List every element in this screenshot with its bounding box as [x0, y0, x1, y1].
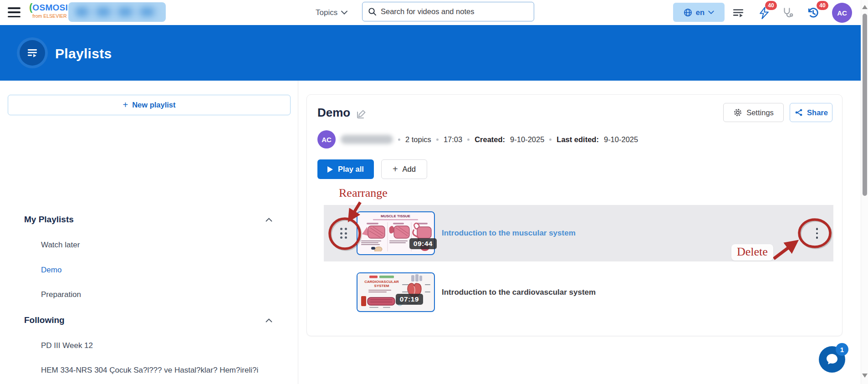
chevron-up-icon	[266, 318, 272, 323]
chevron-up-icon	[266, 218, 272, 222]
playlists-queue-icon[interactable]	[731, 6, 745, 20]
sidebar-item-hem-334[interactable]: HEM 334-NRS 304 Çocuk Sa?l??? ve Hastal?…	[41, 366, 258, 375]
settings-label: Settings	[746, 108, 774, 117]
topics-label: Topics	[316, 8, 337, 17]
sidebar-item-pd-iii-week-12[interactable]: PD III Week 12	[41, 341, 93, 350]
hamburger-menu-icon[interactable]	[8, 7, 20, 17]
sidebar-section-my-playlists[interactable]: My Playlists	[24, 215, 272, 225]
dot-separator	[467, 138, 470, 141]
thumb-title-text: CARDIOVASCULAR	[364, 280, 399, 284]
video-thumbnail-muscular[interactable]: MUSCLE TISSUE	[357, 211, 435, 255]
search-input[interactable]	[381, 7, 517, 16]
top-navbar: (OSMOSIS from ELSEVIER Topics en 40 40 A…	[0, 0, 861, 25]
play-all-button[interactable]: Play all	[317, 159, 374, 179]
play-icon	[327, 166, 333, 173]
play-all-label: Play all	[338, 165, 364, 174]
sidebar-section-following[interactable]: Following	[24, 315, 272, 325]
language-selector[interactable]: en	[673, 3, 725, 22]
scrollbar-down-arrow[interactable]	[862, 374, 868, 378]
logo-brand: OSMOSIS	[32, 3, 74, 12]
owner-name-redacted	[341, 135, 393, 144]
dot-separator	[436, 138, 439, 141]
section-title: Following	[24, 315, 65, 325]
osmosis-logo[interactable]: (OSMOSIS from ELSEVIER	[29, 2, 70, 19]
share-button[interactable]: Share	[790, 103, 832, 122]
kebab-menu-icon[interactable]	[813, 225, 821, 241]
plus-icon: +	[393, 164, 398, 174]
logo-tagline: from ELSEVIER	[29, 14, 70, 19]
last-edited-date: 9-10-2025	[604, 135, 638, 144]
gear-icon	[733, 108, 742, 117]
chat-bubble-icon	[825, 352, 839, 367]
owner-avatar: AC	[317, 130, 336, 148]
stethoscope-icon[interactable]	[781, 6, 794, 20]
drag-handle-icon[interactable]	[340, 228, 347, 239]
created-label: Created:	[475, 135, 505, 144]
delete-annotation-label: Delete	[731, 244, 773, 261]
playlist-title: Demo	[317, 106, 350, 120]
created-date: 9-10-2025	[510, 135, 544, 144]
video-title-link[interactable]: Introduction to the cardiovascular syste…	[442, 288, 596, 297]
add-button[interactable]: + Add	[381, 159, 427, 179]
video-thumbnail-cardiovascular[interactable]: CARDIOVASCULAR SYSTEM 07:19	[357, 272, 435, 312]
section-title: My Playlists	[24, 215, 74, 225]
topics-count: 2 topics	[405, 135, 431, 144]
chat-unread-badge: 1	[836, 343, 848, 356]
sidebar-item-watch-later[interactable]: Watch later	[41, 241, 80, 250]
blurred-nav-chip[interactable]	[68, 2, 166, 22]
playlist-item-row[interactable]: CARDIOVASCULAR SYSTEM 07:19 Introduction…	[324, 271, 833, 314]
page-title: Playlists	[55, 46, 112, 61]
add-label: Add	[403, 165, 416, 174]
redacted-text-blur	[76, 7, 158, 17]
new-playlist-label: New playlist	[132, 101, 175, 109]
history-badge: 40	[817, 1, 828, 10]
topics-dropdown[interactable]: Topics	[316, 0, 347, 25]
page-header-banner: Playlists	[0, 25, 861, 81]
new-playlist-button[interactable]: + New playlist	[8, 95, 291, 115]
user-avatar[interactable]: AC	[832, 3, 852, 23]
settings-button[interactable]: Settings	[723, 103, 784, 122]
scrollbar-thumb[interactable]	[863, 14, 867, 196]
sidebar-item-demo[interactable]: Demo	[41, 266, 61, 275]
search-icon	[368, 7, 377, 16]
lightning-badge: 40	[765, 1, 777, 10]
share-label: Share	[807, 108, 828, 117]
plus-icon: +	[123, 100, 128, 110]
chevron-down-icon	[708, 10, 714, 14]
dot-separator	[549, 138, 551, 141]
search-bar[interactable]	[362, 2, 534, 21]
playlists-sidebar: + New playlist My Playlists Watch later …	[0, 81, 298, 384]
share-icon	[794, 108, 803, 117]
dot-separator	[398, 138, 400, 141]
chevron-down-icon	[341, 10, 347, 15]
playlist-meta-row: AC 2 topics 17:03 Created: 9-10-2025 Las…	[317, 130, 638, 148]
duration-badge: 07:19	[396, 294, 423, 305]
thumb-title-text: SYSTEM	[374, 284, 389, 288]
playlist-actions: Play all + Add	[317, 159, 427, 179]
rearrange-annotation-label: Rearrange	[339, 186, 388, 200]
last-edited-label: Last edited:	[557, 135, 599, 144]
thumb-title-text: MUSCLE TISSUE	[381, 214, 411, 218]
scrollbar-up-arrow[interactable]	[862, 5, 868, 9]
globe-icon	[684, 8, 692, 17]
video-title-link[interactable]: Introduction to the muscular system	[442, 229, 576, 238]
language-code: en	[696, 8, 705, 17]
page-scrollbar[interactable]	[861, 0, 868, 384]
sidebar-item-preparation[interactable]: Preparation	[41, 290, 81, 299]
total-duration: 17:03	[444, 135, 462, 144]
playlists-page-icon	[20, 40, 45, 66]
playlist-detail-card: Demo Settings Share AC 2 topics 17:03 Cr…	[306, 94, 842, 336]
edit-icon[interactable]	[356, 109, 367, 120]
duration-badge: 09:44	[409, 238, 437, 249]
